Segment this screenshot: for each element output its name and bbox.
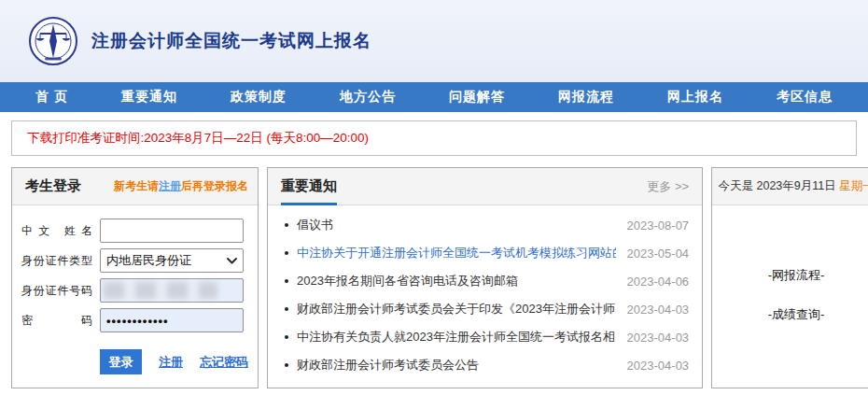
hint-prefix: 新考生请 bbox=[114, 179, 159, 192]
quick-links: -网报流程- -成绩查询- bbox=[712, 205, 868, 388]
today-date: 今天是 2023年9月11日 星期一 bbox=[719, 178, 868, 194]
bullet-icon bbox=[285, 307, 288, 311]
register-inline-link[interactable]: 注册 bbox=[159, 179, 181, 192]
notice-date: 2023-05-04 bbox=[627, 247, 690, 261]
info-panel: 今天是 2023年9月11日 星期一 -网报流程- -成绩查询- bbox=[711, 167, 868, 388]
notice-title[interactable]: 中注协关于开通注册会计师全国统一考试机考模拟练习网站的公... bbox=[297, 245, 616, 261]
more-link[interactable]: 更多 >> bbox=[647, 178, 689, 195]
score-inquiry-link[interactable]: -成绩查询- bbox=[768, 306, 825, 323]
notice-list-item[interactable]: 财政部注册会计师考试委员会关于印发《2023年注册会计师... 2023-04-… bbox=[268, 295, 702, 323]
login-panel: 考生登录 新考生请注册后再登录报名 中文 姓名 身份证件类型 内地居民身份证 bbox=[11, 167, 259, 388]
chevron-down-icon bbox=[227, 258, 237, 264]
nav-item-local-announcements[interactable]: 地方公告 bbox=[340, 89, 396, 106]
admission-ticket-notice-bar: 下载打印准考证时间:2023年8月7日—22日 (每天8:00—20:00) bbox=[11, 120, 857, 156]
cpa-institute-logo-icon bbox=[28, 16, 78, 66]
login-actions: 登录 注册 忘记密码 bbox=[100, 349, 248, 374]
bullet-icon bbox=[285, 363, 288, 367]
notice-list: 倡议书 2023-08-07 中注协关于开通注册会计师全国统一考试机考模拟练习网… bbox=[268, 205, 702, 388]
notice-list-item[interactable]: 财政部注册会计师考试委员会公告 2023-04-03 bbox=[268, 351, 702, 379]
notice-date: 2023-04-03 bbox=[627, 359, 690, 373]
notice-date: 2023-04-03 bbox=[627, 303, 690, 317]
nav-item-exam-area-info[interactable]: 考区信息 bbox=[777, 89, 833, 106]
notice-title[interactable]: 财政部注册会计师考试委员会关于印发《2023年注册会计师... bbox=[297, 301, 616, 317]
forgot-password-link[interactable]: 忘记密码 bbox=[200, 354, 248, 371]
notice-title[interactable]: 财政部注册会计师考试委员会公告 bbox=[297, 357, 616, 374]
bullet-icon bbox=[285, 251, 288, 255]
notice-date: 2023-04-06 bbox=[627, 275, 690, 289]
nav-item-faq[interactable]: 问题解答 bbox=[449, 89, 505, 106]
notice-date: 2023-08-07 bbox=[627, 219, 690, 233]
password-label: 密 码 bbox=[21, 313, 100, 329]
notices-panel-header: 重要通知 更多 >> bbox=[268, 168, 702, 205]
login-button[interactable]: 登录 bbox=[100, 349, 142, 374]
nav-item-home[interactable]: 首 页 bbox=[35, 89, 68, 106]
bullet-icon bbox=[285, 335, 288, 339]
notice-title[interactable]: 倡议书 bbox=[297, 217, 616, 233]
id-type-row: 身份证件类型 内地居民身份证 bbox=[21, 248, 248, 273]
notice-list-item[interactable]: 2023年报名期间各省咨询电话及咨询邮箱 2023-04-06 bbox=[268, 267, 702, 295]
login-panel-header: 考生登录 新考生请注册后再登录报名 bbox=[12, 168, 258, 205]
id-type-select[interactable]: 内地居民身份证 bbox=[100, 248, 244, 273]
registration-process-link[interactable]: -网报流程- bbox=[768, 267, 825, 284]
password-row: 密 码 bbox=[21, 308, 248, 332]
notice-list-item[interactable]: 倡议书 2023-08-07 bbox=[268, 211, 702, 239]
page: 注册会计师全国统一考试网上报名 首 页 重要通知 政策制度 地方公告 问题解答 … bbox=[0, 0, 868, 395]
notice-title[interactable]: 2023年报名期间各省咨询电话及咨询邮箱 bbox=[297, 273, 616, 289]
notice-title[interactable]: 中注协有关负责人就2023年注册会计师全国统一考试报名相... bbox=[297, 329, 616, 346]
hint-suffix: 后再登录报名 bbox=[181, 179, 248, 192]
id-type-selected-value: 内地居民身份证 bbox=[106, 252, 191, 269]
notice-list-item[interactable]: 中注协关于开通注册会计师全国统一考试机考模拟练习网站的公... 2023-05-… bbox=[268, 239, 702, 267]
new-candidate-hint: 新考生请注册后再登录报名 bbox=[114, 178, 248, 194]
main-content: 考生登录 新考生请注册后再登录报名 中文 姓名 身份证件类型 内地居民身份证 bbox=[11, 167, 857, 388]
login-form: 中文 姓名 身份证件类型 内地居民身份证 bbox=[12, 205, 258, 388]
name-label: 中文 姓名 bbox=[21, 223, 100, 239]
admission-ticket-notice-text: 下载打印准考证时间:2023年8月7日—22日 (每天8:00—20:00) bbox=[27, 130, 369, 147]
notice-list-item[interactable]: 中注协有关负责人就2023年注册会计师全国统一考试报名相... 2023-04-… bbox=[268, 323, 702, 351]
register-link[interactable]: 注册 bbox=[159, 354, 183, 371]
important-notices-panel: 重要通知 更多 >> 倡议书 2023-08-07 中注协关于开通注册会计师全国… bbox=[267, 167, 703, 388]
id-type-label: 身份证件类型 bbox=[21, 253, 100, 269]
page-title: 注册会计师全国统一考试网上报名 bbox=[91, 29, 371, 53]
nav-item-policies[interactable]: 政策制度 bbox=[231, 89, 287, 106]
notice-date: 2023-04-03 bbox=[627, 331, 690, 345]
site-header: 注册会计师全国统一考试网上报名 bbox=[0, 0, 868, 82]
bullet-icon bbox=[285, 223, 288, 227]
password-input[interactable] bbox=[100, 308, 244, 332]
id-number-input[interactable] bbox=[100, 278, 244, 303]
info-panel-header: 今天是 2023年9月11日 星期一 bbox=[712, 168, 868, 205]
bullet-icon bbox=[285, 279, 288, 283]
main-nav: 首 页 重要通知 政策制度 地方公告 问题解答 网报流程 网上报名 考区信息 bbox=[0, 82, 868, 112]
id-number-row: 身份证件号码 bbox=[21, 278, 248, 303]
weekday-text: 星期一 bbox=[839, 179, 868, 192]
today-date-text: 今天是 2023年9月11日 bbox=[719, 179, 840, 192]
name-row: 中文 姓名 bbox=[21, 219, 248, 243]
tab-important-notices[interactable]: 重要通知 bbox=[281, 168, 337, 205]
chinese-name-input[interactable] bbox=[100, 219, 244, 243]
nav-item-online-registration[interactable]: 网上报名 bbox=[667, 89, 723, 106]
login-title: 考生登录 bbox=[25, 177, 81, 195]
nav-item-important-notices[interactable]: 重要通知 bbox=[121, 89, 177, 106]
nav-item-registration-process[interactable]: 网报流程 bbox=[558, 89, 614, 106]
id-number-label: 身份证件号码 bbox=[21, 283, 100, 299]
